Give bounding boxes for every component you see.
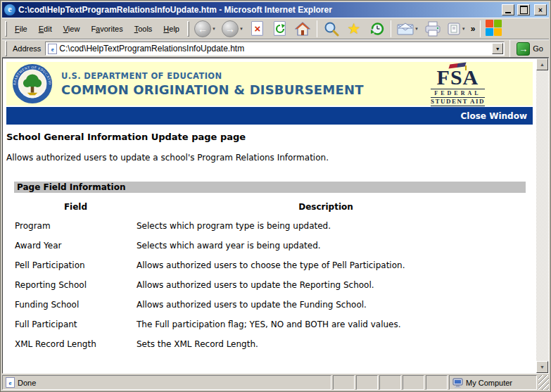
field-name: Award Year	[3, 241, 137, 251]
department-of-education-seal: DEPARTMENT OF EDUCATION UNITED STATES OF…	[12, 63, 53, 104]
edit-icon	[447, 22, 461, 36]
browser-viewport: DEPARTMENT OF EDUCATION UNITED STATES OF…	[2, 58, 549, 374]
menu-item: File	[15, 25, 27, 33]
windows-logo-icon	[486, 20, 503, 37]
title-bar: e C:\cod\HelpTextProgramRelationsInfoUpd…	[2, 2, 549, 18]
cod-banner: DEPARTMENT OF EDUCATION UNITED STATES OF…	[6, 62, 533, 106]
status-pane	[333, 375, 355, 390]
home-button[interactable]	[292, 19, 313, 39]
address-bar: Address e ▼ → Go	[2, 39, 549, 58]
field-table-header: Field Description	[3, 202, 536, 212]
toolbar-separator	[317, 20, 317, 37]
forward-dropdown-icon: ▼	[239, 27, 243, 31]
mail-button[interactable]: ▼	[395, 19, 421, 39]
page-intro: Allows authorized users to update a scho…	[6, 153, 536, 163]
mail-dropdown-icon: ▼	[414, 27, 419, 31]
history-button[interactable]	[366, 19, 387, 39]
forward-button[interactable]: → ▼	[220, 19, 246, 39]
zone-label: My Computer	[466, 379, 512, 387]
close-button[interactable]: ×	[534, 4, 547, 15]
my-computer-icon	[452, 378, 463, 388]
home-icon	[295, 22, 310, 36]
toolbar-overflow-chevron[interactable]: »	[469, 24, 477, 34]
history-icon	[369, 21, 384, 37]
help-page: DEPARTMENT OF EDUCATION UNITED STATES OF…	[3, 58, 536, 373]
fsa-acronym: FSA	[431, 67, 485, 88]
field-column-header: Field	[3, 202, 137, 212]
addressbar-grip[interactable]	[5, 41, 7, 56]
close-window-link[interactable]: Close Window	[461, 111, 533, 121]
menu-item: Favorites	[91, 25, 122, 33]
vertical-scrollbar[interactable]: ▲ ▼	[536, 58, 548, 373]
print-icon	[424, 21, 441, 37]
menu-item-help[interactable]: Help	[158, 23, 184, 35]
back-button[interactable]: ← ▼	[192, 19, 218, 39]
system-name: COMMON ORIGINATION & DISBURSEMENT	[61, 82, 364, 97]
status-pane	[356, 375, 378, 390]
field-description: The Full participation flag; YES, NO and…	[137, 320, 536, 330]
page-icon: e	[48, 44, 57, 54]
field-table-body: ProgramSelects which program type is bei…	[3, 221, 536, 350]
favorites-button[interactable]: ★	[343, 19, 365, 39]
address-box: e ▼	[45, 42, 505, 56]
field-name: Reporting School	[3, 280, 137, 291]
fsa-student-aid-label: STUDENT AID	[431, 98, 485, 106]
search-button[interactable]	[321, 19, 342, 39]
security-zone-pane: My Computer	[449, 375, 537, 390]
field-name: Funding School	[3, 300, 137, 310]
forward-icon: →	[222, 20, 239, 37]
menu-item-edit[interactable]: Edit	[34, 23, 57, 35]
menu-item-favorites[interactable]: Favorites	[86, 23, 127, 35]
window-title: C:\cod\HelpTextProgramRelationsInfoUpdat…	[18, 5, 499, 15]
table-row: Award YearSelects which award year is be…	[3, 241, 536, 251]
print-button[interactable]	[422, 19, 443, 39]
menu-item: Help	[163, 25, 179, 33]
menu-toolbar-row: File Edit View Favorites Tools Help ← ▼ …	[2, 18, 549, 39]
mail-icon	[397, 23, 414, 35]
minimize-button[interactable]	[502, 4, 514, 15]
status-bar: e Done My Computer	[2, 374, 549, 390]
go-button[interactable]: → Go	[515, 42, 547, 56]
cod-banner-text: U.S. DEPARTMENT OF EDUCATION COMMON ORIG…	[61, 71, 364, 97]
status-pane	[379, 375, 401, 390]
status-text: Done	[18, 379, 36, 387]
browser-window: e C:\cod\HelpTextProgramRelationsInfoUpd…	[0, 0, 551, 392]
maximize-button[interactable]	[517, 4, 530, 15]
field-description: Allows authorized users to update the Fu…	[137, 300, 536, 310]
fsa-logo: FSA FEDERAL STUDENT AID	[431, 63, 485, 106]
toolbar-separator	[480, 20, 481, 37]
scroll-down-icon[interactable]: ▼	[536, 361, 548, 373]
page-title: School General Information Update page p…	[6, 132, 536, 142]
menu-item-tools[interactable]: Tools	[129, 23, 158, 35]
field-name: XML Record Length	[3, 339, 137, 350]
menu-item-view[interactable]: View	[58, 23, 85, 35]
table-row: Funding SchoolAllows authorized users to…	[3, 300, 536, 310]
field-description: Sets the XML Record Length.	[137, 339, 536, 350]
address-input[interactable]	[59, 44, 490, 53]
resize-grip[interactable]	[538, 375, 549, 390]
table-row: Full ParticipantThe Full participation f…	[3, 320, 536, 330]
edit-button[interactable]: ▼	[445, 19, 468, 39]
table-row: XML Record LengthSets the XML Record Len…	[3, 339, 536, 350]
scroll-up-icon[interactable]: ▲	[536, 58, 548, 70]
status-message-pane: e Done	[2, 375, 331, 390]
back-dropdown-icon: ▼	[212, 27, 216, 31]
status-pane	[403, 375, 424, 390]
field-description: Allows authorized users to update the Re…	[137, 280, 536, 291]
section-header: Page Field Information	[14, 182, 526, 193]
favorites-star-icon: ★	[347, 22, 360, 36]
search-icon	[324, 21, 339, 37]
menu-item-file[interactable]: File	[10, 23, 32, 35]
scrollbar-track[interactable]	[536, 70, 548, 361]
back-icon: ←	[194, 20, 211, 37]
toolbar-grip[interactable]	[5, 21, 7, 37]
refresh-button[interactable]	[270, 19, 291, 39]
field-description: Selects which award year is being update…	[137, 241, 536, 251]
toolbar-separator	[391, 20, 391, 37]
table-row: ProgramSelects which program type is bei…	[3, 221, 536, 232]
status-pane	[426, 375, 448, 390]
stop-button[interactable]: ×	[247, 19, 268, 39]
toolbar-grip[interactable]	[187, 21, 189, 37]
address-combo-arrow-icon[interactable]: ▼	[492, 43, 503, 54]
fsa-federal-label: FEDERAL	[431, 89, 485, 98]
